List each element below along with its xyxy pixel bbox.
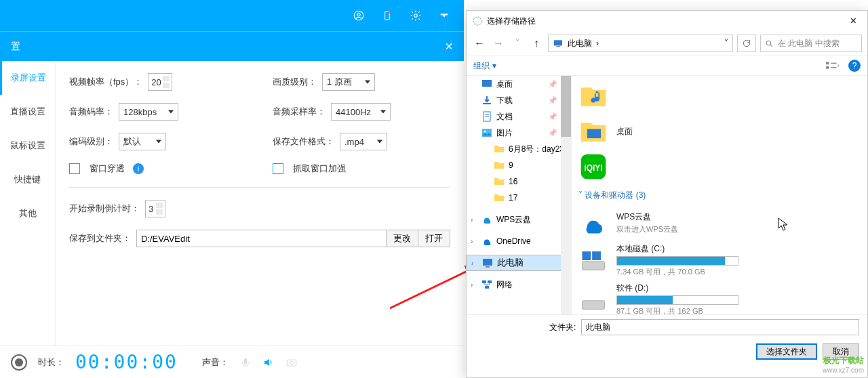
dialog-titlebar: 选择存储路径 × [467, 11, 867, 31]
open-button[interactable]: 打开 [418, 230, 450, 247]
music-folder-icon [578, 81, 608, 111]
help-icon[interactable]: ? [848, 60, 861, 72]
capture-enhance-checkbox[interactable] [273, 163, 283, 174]
svg-rect-34 [583, 261, 605, 270]
nav-up-icon[interactable]: ↑ [529, 37, 544, 49]
fps-label: 视频帧率（fps）： [69, 76, 142, 88]
mic-icon[interactable] [239, 356, 252, 369]
svg-rect-16 [826, 66, 829, 69]
svg-rect-30 [485, 286, 489, 289]
sidebar-item-record[interactable]: 录屏设置 [0, 61, 55, 95]
pin-icon: 📌 [548, 112, 557, 121]
svg-rect-5 [441, 14, 448, 15]
tree-documents[interactable]: 文档📌 [467, 108, 571, 125]
drive-d[interactable]: 软件 (D:) 87.1 GB 可用，共 162 GB [578, 280, 861, 314]
camera-icon[interactable] [285, 356, 298, 369]
file-iqiyi[interactable]: iQIYI [578, 149, 861, 184]
close-icon[interactable]: × [445, 39, 453, 54]
dialog-close-icon[interactable]: × [845, 15, 862, 27]
expand-icon[interactable]: › [471, 281, 473, 289]
svg-rect-37 [583, 301, 605, 310]
tree-folder-2[interactable]: 9 [467, 157, 571, 173]
tree-wps[interactable]: ›WPS云盘 [467, 211, 571, 228]
change-button[interactable]: 更改 [386, 230, 418, 247]
sidebar-item-other[interactable]: 其他 [0, 196, 55, 230]
menu-icon[interactable] [438, 9, 450, 22]
file-music[interactable] [578, 79, 861, 114]
svg-point-13 [766, 41, 771, 45]
countdown-input[interactable]: 3 [145, 200, 165, 217]
tree-network[interactable]: ›网络 [467, 276, 571, 293]
sidebar-item-live[interactable]: 直播设置 [0, 95, 55, 129]
pin-icon: 📌 [548, 129, 557, 138]
file-desktop[interactable]: 桌面 [578, 114, 861, 149]
tree-pictures[interactable]: 图片📌 [467, 125, 571, 141]
breadcrumb: 此电脑 [568, 38, 592, 49]
nav-back-icon[interactable]: ← [472, 37, 487, 49]
window-through-label: 窗口穿透 [90, 163, 125, 175]
svg-rect-26 [483, 259, 492, 266]
tree-thispc[interactable]: ›此电脑 [467, 255, 571, 271]
expand-icon[interactable]: › [471, 238, 473, 245]
pin-icon: 📌 [548, 96, 557, 105]
audio-sr-label: 音频采样率： [273, 106, 326, 118]
tree-onedrive[interactable]: ›OneDrive [467, 233, 571, 249]
tree-downloads[interactable]: 下载📌 [467, 92, 571, 108]
gear-icon[interactable] [410, 9, 422, 22]
sound-label: 声音： [202, 356, 229, 369]
info-icon[interactable]: i [133, 163, 144, 174]
cancel-button[interactable]: 取消 [823, 343, 859, 360]
audio-bitrate-select[interactable]: 128kbps [119, 103, 178, 121]
view-icon[interactable] [825, 60, 840, 71]
devices-header[interactable]: ˅ 设备和驱动器 (3) [578, 190, 861, 201]
countdown-label: 开始录制倒计时： [69, 203, 140, 215]
nav-forward-icon[interactable]: → [491, 37, 506, 49]
drive-c[interactable]: 本地磁盘 (C:) 7.34 GB 可用，共 70.0 GB [578, 240, 861, 280]
folder-input[interactable] [581, 319, 859, 335]
settings-title: 置 [11, 41, 20, 53]
tree-desktop[interactable]: 桌面📌 [467, 76, 571, 92]
drive-icon [578, 245, 608, 275]
select-folder-button[interactable]: 选择文件夹 [756, 343, 817, 360]
codec-select[interactable]: 默认 [119, 133, 166, 150]
sidebar-item-mouse[interactable]: 鼠标设置 [0, 129, 55, 163]
account-icon[interactable] [353, 9, 365, 22]
chevron-down-icon: ▾ [492, 61, 496, 70]
phone-icon[interactable] [381, 9, 393, 22]
tree-folder-4[interactable]: 17 [467, 190, 571, 206]
refresh-icon [742, 39, 751, 48]
organize-menu[interactable]: 组织 ▾ [473, 60, 496, 72]
svg-point-25 [484, 131, 486, 133]
refresh-button[interactable] [737, 35, 756, 52]
expand-icon[interactable]: › [471, 216, 473, 224]
search-input[interactable]: 在 此电脑 中搜索 [760, 35, 862, 52]
record-button[interactable] [11, 354, 27, 371]
tree-scroll-thumb[interactable] [561, 76, 571, 137]
tree-folder-3[interactable]: 16 [467, 173, 571, 190]
drive-wps[interactable]: WPS云盘 双击进入WPS云盘 [578, 205, 861, 240]
svg-rect-7 [287, 360, 296, 366]
svg-rect-6 [244, 358, 248, 364]
pc-icon [553, 38, 564, 49]
sidebar-item-hotkey[interactable]: 快捷键 [0, 163, 55, 196]
nav-tree: 桌面📌 下载📌 文档📌 图片📌 6月8号：day23 9 16 17 ›WPS云… [467, 76, 572, 314]
window-through-checkbox[interactable] [69, 163, 80, 174]
speaker-icon[interactable] [262, 356, 275, 369]
svg-point-1 [357, 13, 361, 16]
svg-rect-19 [482, 80, 492, 87]
audio-sr-select[interactable]: 44100Hz [331, 103, 391, 121]
nav-history-icon[interactable]: ˅ [510, 39, 525, 48]
address-bar[interactable]: 此电脑 › ˅ [548, 35, 733, 52]
file-pane: 桌面 iQIYI ˅ 设备和驱动器 (3) WPS云盘 双击进入WPS云盘 本地… [572, 76, 867, 314]
tree-folder-1[interactable]: 6月8号：day23 [467, 141, 571, 157]
svg-point-3 [389, 12, 391, 14]
address-dropdown-icon[interactable]: ˅ [724, 39, 728, 48]
expand-icon[interactable]: › [471, 259, 473, 267]
fileformat-select[interactable]: .mp4 [340, 133, 387, 150]
dialog-title: 选择存储路径 [487, 16, 536, 27]
svg-text:iQIYI: iQIYI [584, 163, 602, 173]
quality-select[interactable]: 1 原画 [322, 73, 375, 91]
savepath-input[interactable] [136, 230, 387, 247]
fps-input[interactable]: 20 [148, 73, 172, 91]
svg-rect-24 [482, 129, 492, 137]
